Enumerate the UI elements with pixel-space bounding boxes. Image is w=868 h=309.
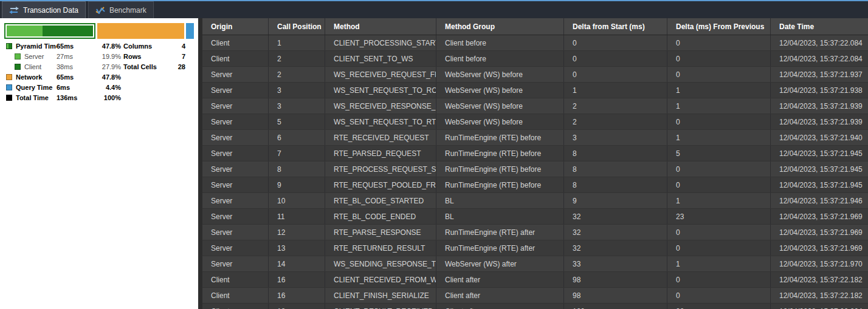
- grid-stats: Columns 4 Rows 7 Total Cells 28: [123, 41, 185, 72]
- stats-value: 7: [167, 53, 185, 60]
- cell-delta-previous: 0: [667, 161, 771, 177]
- cell-origin: Server: [202, 256, 269, 271]
- column-header-method[interactable]: Method: [325, 18, 436, 35]
- stats-row: Rows 7: [123, 51, 185, 61]
- table-row[interactable]: Server 8 RTE_PROCESS_REQUEST_STARTED Run…: [202, 161, 868, 177]
- cell-method-group: Client before: [436, 35, 564, 50]
- legend-value: 65ms: [57, 42, 94, 50]
- legend-row: Query Time 6ms 4.4%: [6, 82, 121, 92]
- cell-origin: Server: [202, 67, 269, 82]
- cell-date-time: 12/04/2023, 15:37:22.204: [771, 304, 868, 309]
- table-row[interactable]: Server 11 RTE_BL_CODE_ENDED BL 32 23 12/…: [202, 209, 868, 225]
- table-row[interactable]: Server 3 WS_SENT_REQUEST_TO_ROUTER WebSe…: [202, 83, 868, 98]
- cell-method-group: RunTimeEngine (RTE) before: [436, 146, 564, 161]
- table-row[interactable]: Server 3 WS_RECEIVED_RESPONSE_FROM_ROUTE…: [202, 98, 868, 114]
- table-row[interactable]: Server 2 WS_RECEIVED_REQUEST_FROM_CLIENT…: [202, 67, 868, 83]
- cell-method-group: WebServer (WS) after: [436, 256, 564, 271]
- cell-date-time: 12/04/2023, 15:37:21.939: [771, 114, 868, 129]
- table-row[interactable]: Server 5 WS_SENT_REQUEST_TO_RTE WebServe…: [202, 114, 868, 130]
- cell-origin: Client: [202, 272, 269, 287]
- cell-call-position: 2: [269, 67, 325, 82]
- column-header-delta-previous[interactable]: Delta (ms) From Previous: [667, 18, 771, 35]
- stats-label: Total Cells: [123, 63, 167, 70]
- cell-delta-start: 8: [564, 146, 667, 161]
- table-row[interactable]: Client 18 CLIENT_RESULT_RECEIVED Client …: [202, 304, 868, 309]
- cell-origin: Server: [202, 193, 269, 208]
- cell-date-time: 12/04/2023, 15:37:21.945: [771, 177, 868, 192]
- cell-call-position: 3: [269, 98, 325, 114]
- app-window: Transaction Data Benchmark Pyramid Time …: [0, 0, 868, 309]
- legend-swatch-icon: [15, 53, 21, 59]
- cell-delta-start: 98: [564, 288, 667, 303]
- cell-delta-start: 32: [564, 240, 667, 256]
- cell-origin: Server: [202, 161, 269, 177]
- cell-delta-previous: 0: [667, 288, 771, 303]
- table-header-row: Origin Call Position Method Method Group…: [202, 18, 868, 35]
- cell-delta-start: 0: [564, 35, 667, 50]
- column-header-call-position[interactable]: Call Position: [269, 18, 325, 35]
- table-row[interactable]: Server 10 RTE_BL_CODE_STARTED BL 9 1 12/…: [202, 193, 868, 209]
- table-row[interactable]: Client 16 CLIENT_RECEIVED_FROM_WS Client…: [202, 272, 868, 288]
- legend-row: Total Time 136ms 100%: [6, 92, 121, 103]
- cell-delta-previous: 0: [667, 177, 771, 192]
- cell-method: CLIENT_FINISH_SERIALIZE: [325, 288, 436, 303]
- cell-method-group: BL: [436, 193, 564, 208]
- table-row[interactable]: Server 6 RTE_RECEIVED_REQUEST RunTimeEng…: [202, 130, 868, 146]
- cell-call-position: 9: [269, 177, 325, 192]
- cell-delta-start: 8: [564, 177, 667, 192]
- cell-delta-previous: 0: [667, 272, 771, 287]
- table-row[interactable]: Server 14 WS_SENDING_RESPONSE_TO_CLIENT …: [202, 256, 868, 272]
- benchmark-legend: Pyramid Time 65ms 47.8% Server 27ms 19.9…: [6, 41, 121, 103]
- cell-delta-previous: 0: [667, 240, 771, 256]
- cell-call-position: 7: [269, 146, 325, 161]
- legend-swatch-icon: [6, 74, 12, 80]
- cell-method: WS_RECEIVED_REQUEST_FROM_CLIENT: [325, 67, 436, 82]
- cell-method: RTE_RECEIVED_REQUEST: [325, 130, 436, 145]
- table-row[interactable]: Client 2 CLIENT_SENT_TO_WS Client before…: [202, 51, 868, 67]
- cell-method: CLIENT_RESULT_RECEIVED: [325, 304, 436, 309]
- column-header-delta-start[interactable]: Delta from Start (ms): [564, 18, 667, 35]
- cell-origin: Server: [202, 146, 269, 161]
- cell-date-time: 12/04/2023, 15:37:21.937: [771, 67, 868, 82]
- cell-delta-start: 8: [564, 161, 667, 177]
- swap-arrows-icon: [9, 7, 19, 14]
- column-header-method-group[interactable]: Method Group: [436, 18, 564, 35]
- cell-method-group: BL: [436, 209, 564, 224]
- cell-call-position: 3: [269, 83, 325, 98]
- benchmark-bar: [4, 23, 194, 39]
- table-row[interactable]: Server 12 RTE_PARSE_RESPONSE RunTimeEngi…: [202, 225, 868, 240]
- cell-delta-previous: 0: [667, 35, 771, 50]
- cell-delta-previous: 22: [667, 304, 771, 309]
- legend-label: Server: [24, 53, 57, 60]
- table-row[interactable]: Client 1 CLIENT_PROCESSING_START Client …: [202, 35, 868, 51]
- cell-call-position: 14: [269, 256, 325, 271]
- legend-percent: 4.4%: [94, 84, 121, 91]
- table-row[interactable]: Server 9 RTE_REQUEST_POOLED_FROM_QUEUE R…: [202, 177, 868, 193]
- cell-method: RTE_PROCESS_REQUEST_STARTED: [325, 161, 436, 177]
- legend-value: 38ms: [57, 63, 94, 70]
- table-row[interactable]: Client 16 CLIENT_FINISH_SERIALIZE Client…: [202, 288, 868, 304]
- tab-transaction-data[interactable]: Transaction Data: [2, 1, 86, 18]
- cell-date-time: 12/04/2023, 15:37:21.938: [771, 83, 868, 98]
- cell-call-position: 2: [269, 51, 325, 66]
- transaction-table: Origin Call Position Method Method Group…: [202, 18, 868, 309]
- cell-call-position: 13: [269, 240, 325, 256]
- cell-delta-previous: 0: [667, 51, 771, 66]
- table-row[interactable]: Server 13 RTE_RETURNED_RESULT RunTimeEng…: [202, 240, 868, 256]
- cell-call-position: 8: [269, 161, 325, 177]
- column-header-date-time[interactable]: Date Time: [771, 18, 868, 35]
- cell-origin: Server: [202, 83, 269, 98]
- cell-delta-start: 2: [564, 114, 667, 129]
- cell-method-group: WebServer (WS) before: [436, 98, 564, 114]
- table-row[interactable]: Server 7 RTE_PARSED_REQUEST RunTimeEngin…: [202, 146, 868, 161]
- tab-benchmark[interactable]: Benchmark: [88, 1, 154, 18]
- cell-date-time: 12/04/2023, 15:37:22.084: [771, 35, 868, 50]
- legend-percent: 100%: [94, 94, 121, 101]
- legend-value: 6ms: [57, 84, 94, 91]
- cell-call-position: 5: [269, 114, 325, 129]
- cell-method-group: RunTimeEngine (RTE) before: [436, 177, 564, 192]
- stats-value: 28: [167, 63, 185, 70]
- cell-delta-previous: 5: [667, 146, 771, 161]
- column-header-origin[interactable]: Origin: [202, 18, 269, 35]
- cell-call-position: 11: [269, 209, 325, 224]
